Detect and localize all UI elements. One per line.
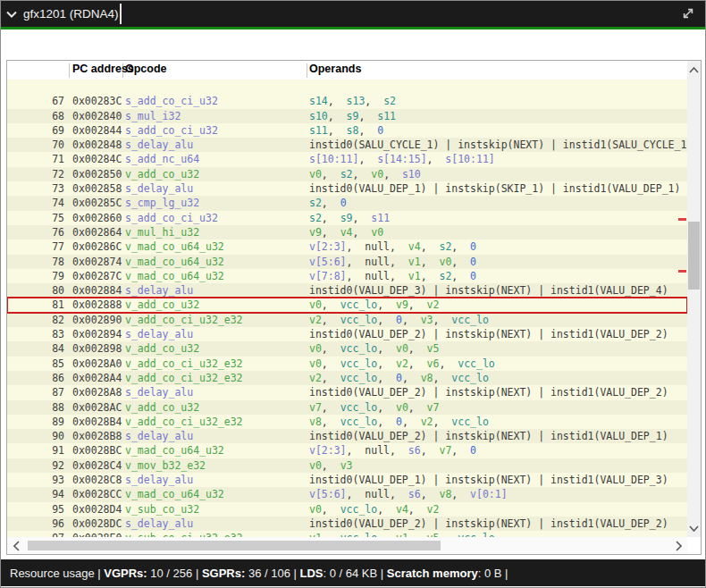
table-row[interactable]: 670x00283Cs_add_co_ci_u32s14, s13, s2 — [7, 94, 687, 108]
opcode: v_add_co_ci_u32_e32 — [125, 313, 309, 327]
expand-icon[interactable] — [680, 5, 696, 21]
table-row[interactable]: 840x002898v_add_co_u32v0, vcc_lo, v0, v5 — [7, 341, 687, 356]
table-row[interactable]: 750x002860s_add_co_ci_u32s2, s9, s11 — [7, 211, 687, 225]
operands: instid0(VALU_DEP_2) | instskip(NEXT) | i… — [309, 385, 687, 399]
pc-address: 0x002850 — [72, 167, 125, 181]
table-row[interactable]: 870x0028A8s_delay_aluinstid0(VALU_DEP_2)… — [7, 385, 687, 399]
table-row[interactable]: 680x002840s_mul_i32s10, s9, s11 — [7, 109, 687, 123]
line-number: 93 — [7, 473, 66, 487]
pc-address: 0x002858 — [72, 181, 125, 196]
pc-address: 0x00286C — [72, 239, 125, 254]
opcode: v_mul_hi_u32 — [125, 225, 309, 239]
table-row[interactable]: 770x00286Cv_mad_co_u64_u32v[2:3], null, … — [7, 239, 687, 254]
table-row[interactable]: 830x002894s_delay_aluinstid0(VALU_DEP_2)… — [7, 327, 687, 341]
resource-usage-status-bar: Resource usage | VGPRs: 10 / 256 | SGPRs… — [1, 559, 705, 586]
table-row[interactable]: 800x002884s_delay_aluinstid0(VALU_DEP_3)… — [7, 283, 687, 298]
vertical-scrollbar[interactable] — [687, 61, 701, 537]
opcode: s_delay_alu — [125, 283, 309, 298]
scroll-left-button[interactable] — [8, 537, 24, 554]
line-number: 67 — [7, 94, 66, 108]
operands: v1, vcc_lo, v1, v5, vcc_lo — [309, 531, 687, 537]
opcode: v_add_co_ci_u32_e32 — [125, 357, 309, 371]
table-row[interactable]: 850x0028A0v_add_co_ci_u32_e32v0, vcc_lo,… — [7, 357, 687, 371]
table-row[interactable]: 730x002858s_delay_aluinstid0(VALU_DEP_1)… — [7, 181, 687, 196]
table-row[interactable]: 880x0028ACv_add_co_u32v7, vcc_lo, v0, v7 — [7, 400, 687, 415]
opcode: s_delay_alu — [125, 385, 309, 399]
vertical-scrollbar-thumb[interactable] — [688, 222, 700, 290]
opcode: v_mad_co_u64_u32 — [125, 269, 309, 283]
line-number: 96 — [7, 517, 66, 531]
opcode: s_delay_alu — [125, 138, 309, 152]
opcode: s_add_co_ci_u32 — [125, 123, 309, 138]
scrollbar-marker — [678, 270, 686, 273]
table-row[interactable]: 720x002850v_add_co_u32v0, s2, v0, s10 — [7, 167, 687, 181]
line-number: 77 — [7, 239, 66, 254]
opcode: s_mul_i32 — [125, 109, 309, 123]
horizontal-scrollbar-thumb[interactable] — [28, 541, 441, 550]
table-row[interactable]: 790x00287Cv_mad_co_u64_u32v[7:8], null, … — [7, 269, 687, 283]
table-row[interactable]: 960x0028DCs_delay_aluinstid0(VALU_DEP_2)… — [7, 517, 687, 531]
operands: instid0(VALU_DEP_2) | instskip(NEXT) | i… — [309, 327, 687, 341]
operands: s2, s9, s11 — [309, 211, 687, 225]
pc-address: 0x0028B4 — [72, 415, 125, 429]
table-row[interactable]: 780x002874v_mad_co_u64_u32v[5:6], null, … — [7, 255, 687, 269]
table-row-highlighted[interactable]: 810x002888v_add_co_u32v0, vcc_lo, v9, v2 — [7, 298, 687, 312]
line-number: 97 — [7, 531, 66, 537]
operands: v[5:6], null, s6, v8, v[0:1] — [309, 487, 687, 501]
operands: instid0(VALU_DEP_2) | instskip(NEXT) | i… — [309, 429, 687, 443]
opcode: v_mad_co_u64_u32 — [125, 487, 309, 501]
tab-title: gfx1201 (RDNA4) — [23, 7, 119, 21]
operands: instid0(VALU_DEP_1) | instskip(SKIP_1) |… — [309, 181, 687, 196]
table-row[interactable] — [7, 80, 687, 94]
opcode: v_mad_co_u64_u32 — [125, 255, 309, 269]
tab-gfx1201[interactable]: gfx1201 (RDNA4) — [6, 1, 119, 27]
table-row[interactable]: 740x00285Cs_cmp_lg_u32s2, 0 — [7, 196, 687, 210]
line-number: 75 — [7, 211, 66, 225]
table-row[interactable]: 710x00284Cs_add_nc_u64s[10:11], s[14:15]… — [7, 152, 687, 166]
scrollbar-corner — [687, 537, 701, 554]
opcode: v_add_co_u32 — [125, 298, 309, 312]
opcode: v_add_co_ci_u32_e32 — [125, 415, 309, 429]
pc-address: 0x0028D4 — [72, 502, 125, 517]
line-number: 73 — [7, 181, 66, 196]
opcode: v_sub_co_u32 — [125, 502, 309, 517]
table-row[interactable]: 890x0028B4v_add_co_ci_u32_e32v8, vcc_lo,… — [7, 415, 687, 429]
pc-address: 0x002874 — [72, 255, 125, 269]
disassembly-panel: PC address Opcode Operands 670x00283Cs_a… — [6, 60, 702, 555]
scroll-up-button[interactable] — [687, 63, 701, 77]
line-number: 86 — [7, 371, 66, 385]
table-row[interactable]: 950x0028D4v_sub_co_u32v0, vcc_lo, v4, v2 — [7, 502, 687, 517]
scroll-down-button[interactable] — [687, 521, 701, 535]
pc-address: 0x0028C8 — [72, 473, 125, 487]
table-row[interactable]: 900x0028B8s_delay_aluinstid0(VALU_DEP_2)… — [7, 429, 687, 443]
status-label: SGPRs: — [202, 567, 245, 580]
table-row[interactable]: 940x0028CCv_mad_co_u64_u32v[5:6], null, … — [7, 487, 687, 501]
pc-address: 0x0028DC — [72, 517, 125, 531]
pc-address: 0x002864 — [72, 225, 125, 239]
table-row[interactable]: 820x002890v_add_co_ci_u32_e32v2, vcc_lo,… — [7, 313, 687, 327]
table-row[interactable]: 700x002848s_delay_aluinstid0(SALU_CYCLE_… — [7, 138, 687, 152]
scroll-right-button[interactable] — [670, 537, 686, 554]
table-row[interactable]: 970x0028E0v_sub_co_ci_u32_e32v1, vcc_lo,… — [7, 531, 687, 537]
pc-address: 0x0028BC — [72, 443, 125, 458]
status-label: Scratch memory — [387, 567, 478, 580]
pc-address: 0x002894 — [72, 327, 125, 341]
operands: v2, vcc_lo, 0, v8, vcc_lo — [309, 371, 687, 385]
line-number: 76 — [7, 225, 66, 239]
opcode: s_add_co_ci_u32 — [125, 211, 309, 225]
pc-address: 0x002890 — [72, 313, 125, 327]
horizontal-scrollbar[interactable] — [7, 537, 687, 554]
line-number: 90 — [7, 429, 66, 443]
table-row[interactable]: 930x0028C8s_delay_aluinstid0(VALU_DEP_1)… — [7, 473, 687, 487]
table-row[interactable]: 860x0028A4v_add_co_ci_u32_e32v2, vcc_lo,… — [7, 371, 687, 385]
line-number: 68 — [7, 109, 66, 123]
table-row[interactable]: 760x002864v_mul_hi_u32v9, v4, v0 — [7, 225, 687, 239]
pc-address — [72, 80, 125, 94]
pc-address: 0x00284C — [72, 152, 125, 166]
table-row[interactable]: 690x002844s_add_co_ci_u32s11, s8, 0 — [7, 123, 687, 138]
opcode: v_add_co_u32 — [125, 167, 309, 181]
table-row[interactable]: 910x0028BCv_mad_co_u64_u32v[2:3], null, … — [7, 443, 687, 458]
line-number: 91 — [7, 443, 66, 458]
table-row[interactable]: 920x0028C4v_mov_b32_e32v0, v3 — [7, 458, 687, 473]
line-number: 80 — [7, 283, 66, 298]
